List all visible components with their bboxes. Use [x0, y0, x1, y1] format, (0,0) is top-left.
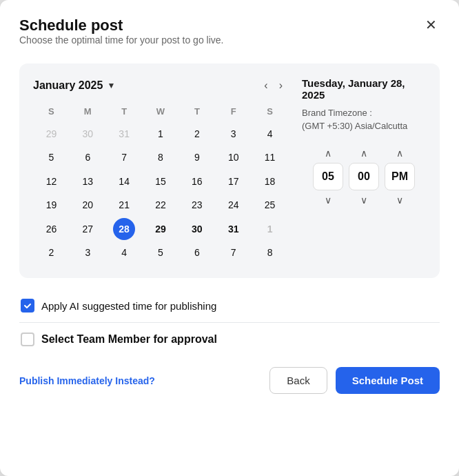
time-input-row: 05 00 PM: [313, 163, 415, 190]
cal-day[interactable]: 20: [70, 193, 106, 217]
calendar-section: January 2025 ▼ ‹ › S M T W T F S 29 30 3…: [19, 63, 440, 278]
back-button[interactable]: Back: [269, 367, 327, 394]
time-picker: ∧ ∧ ∧ 05 00 PM ∨ ∨ ∨: [302, 143, 426, 210]
cal-day[interactable]: 14: [106, 170, 143, 193]
cal-day[interactable]: 2: [33, 241, 70, 264]
team-checkbox[interactable]: [21, 333, 34, 346]
cal-day[interactable]: 29: [143, 217, 179, 241]
cal-day[interactable]: 30: [178, 217, 215, 241]
month-year-button[interactable]: January 2025 ▼: [33, 79, 115, 92]
modal-header: Schedule post Choose the optimal time fo…: [19, 17, 440, 59]
period-down-button[interactable]: ∨: [385, 190, 415, 210]
publish-immediately-link[interactable]: Publish Immediately Instead?: [19, 375, 155, 386]
calendar-nav: January 2025 ▼ ‹ ›: [33, 77, 288, 94]
day-header-sun: S: [33, 103, 70, 122]
cal-day[interactable]: 10: [215, 146, 252, 169]
cal-day[interactable]: 26: [33, 217, 70, 241]
cal-day[interactable]: 21: [106, 193, 143, 217]
cal-day[interactable]: 4: [252, 122, 288, 146]
cal-day-selected[interactable]: 28: [113, 218, 135, 240]
hour-display[interactable]: 05: [313, 163, 343, 190]
cal-day[interactable]: 6: [70, 146, 106, 169]
cal-day[interactable]: 31: [215, 217, 252, 241]
cal-day[interactable]: 19: [33, 193, 70, 217]
cal-day[interactable]: 5: [33, 146, 70, 169]
cal-day[interactable]: 11: [252, 146, 288, 169]
next-month-button[interactable]: ›: [274, 77, 288, 94]
cal-day[interactable]: 15: [143, 170, 179, 193]
calendar-left: January 2025 ▼ ‹ › S M T W T F S 29 30 3…: [33, 77, 288, 264]
cal-day[interactable]: 31: [106, 122, 143, 146]
cal-day[interactable]: 8: [252, 241, 288, 264]
cal-day[interactable]: 7: [106, 146, 143, 169]
modal-title: Schedule post: [19, 17, 223, 34]
timezone-value: (GMT +5:30) Asia/Calcutta: [302, 121, 426, 131]
cal-day[interactable]: 27: [70, 217, 106, 241]
day-header-wed: W: [143, 103, 179, 122]
cal-day[interactable]: 1: [252, 217, 288, 241]
ai-checkbox[interactable]: [21, 299, 34, 313]
cal-day[interactable]: 3: [70, 241, 106, 264]
cal-day[interactable]: 24: [215, 193, 252, 217]
cal-day[interactable]: 3: [215, 122, 252, 146]
period-display[interactable]: PM: [385, 163, 415, 190]
cal-day[interactable]: 16: [178, 170, 215, 193]
cal-day[interactable]: 8: [143, 146, 179, 169]
day-header-tue: T: [106, 103, 143, 122]
checkmark-icon: [23, 301, 32, 310]
schedule-post-modal: Schedule post Choose the optimal time fo…: [0, 0, 459, 476]
cal-day[interactable]: 7: [215, 241, 252, 264]
ai-checkbox-row: Apply AI suggested time for publishing: [19, 289, 440, 322]
timezone-label: Brand Timezone :: [302, 108, 426, 118]
cal-day[interactable]: 9: [178, 146, 215, 169]
day-header-mon: M: [70, 103, 106, 122]
cal-day[interactable]: 18: [252, 170, 288, 193]
hour-down-button[interactable]: ∨: [313, 190, 343, 210]
day-header-sat: S: [252, 103, 288, 122]
month-year-label: January 2025: [33, 79, 103, 92]
cal-day[interactable]: 30: [70, 122, 106, 146]
dropdown-arrow-icon: ▼: [107, 81, 115, 90]
cal-day[interactable]: 22: [143, 193, 179, 217]
schedule-post-button[interactable]: Schedule Post: [336, 367, 440, 394]
cal-day[interactable]: 13: [70, 170, 106, 193]
cal-day-selected-wrapper[interactable]: 28: [106, 217, 143, 241]
team-checkbox-row: Select Team Member for approval: [19, 322, 440, 356]
cal-day[interactable]: 4: [106, 241, 143, 264]
modal-subtitle: Choose the optimal time for your post to…: [19, 34, 223, 46]
period-up-button[interactable]: ∧: [385, 143, 415, 163]
team-checkbox-label: Select Team Member for approval: [41, 333, 217, 346]
time-up-row: ∧ ∧ ∧: [313, 143, 415, 163]
cal-day[interactable]: 17: [215, 170, 252, 193]
selected-date-label: Tuesday, January 28, 2025: [302, 77, 426, 101]
modal-footer: Publish Immediately Instead? Back Schedu…: [19, 367, 440, 394]
cal-day[interactable]: 2: [178, 122, 215, 146]
day-header-fri: F: [215, 103, 252, 122]
day-header-thu: T: [178, 103, 215, 122]
minute-display[interactable]: 00: [349, 163, 379, 190]
cal-day[interactable]: 29: [33, 122, 70, 146]
hour-up-button[interactable]: ∧: [313, 143, 343, 163]
cal-day[interactable]: 1: [143, 122, 179, 146]
time-down-row: ∨ ∨ ∨: [313, 190, 415, 210]
calendar-right: Tuesday, January 28, 2025 Brand Timezone…: [302, 77, 426, 264]
cal-day[interactable]: 12: [33, 170, 70, 193]
cal-day[interactable]: 6: [178, 241, 215, 264]
cal-day[interactable]: 25: [252, 193, 288, 217]
minute-down-button[interactable]: ∨: [349, 190, 379, 210]
close-button[interactable]: ✕: [422, 17, 440, 33]
footer-buttons: Back Schedule Post: [269, 367, 440, 394]
cal-day[interactable]: 23: [178, 193, 215, 217]
minute-up-button[interactable]: ∧: [349, 143, 379, 163]
prev-month-button[interactable]: ‹: [258, 77, 273, 94]
ai-checkbox-label: Apply AI suggested time for publishing: [41, 300, 216, 312]
calendar-grid: S M T W T F S 29 30 31 1 2 3 4 5 6 7 8: [33, 103, 288, 264]
cal-day[interactable]: 5: [143, 241, 179, 264]
